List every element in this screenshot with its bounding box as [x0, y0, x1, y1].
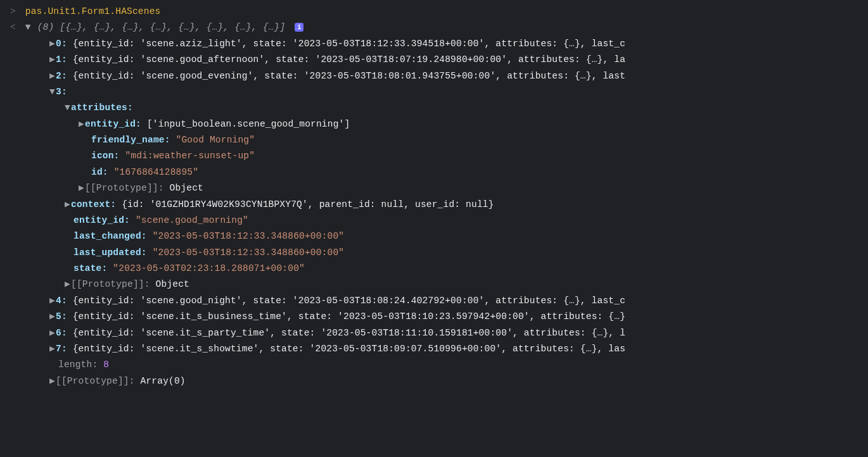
value: "scene.good_morning": [136, 215, 248, 225]
object-preview: {entity_id: 'scene.it_s_party_time', sta…: [73, 328, 625, 338]
key-label: icon:: [91, 151, 120, 161]
key-label: entity_id:: [73, 215, 130, 225]
index-label: 2:: [56, 71, 67, 81]
object-preview: {entity_id: 'scene.good_evening', state:…: [73, 71, 625, 81]
value: 8: [103, 360, 109, 370]
prop-last-changed: last_changed: "2023-05-03T18:12:33.34886…: [10, 228, 863, 244]
expand-toggle[interactable]: ▶: [79, 116, 85, 132]
object-preview: {entity_id: 'scene.it_s_business_time', …: [73, 311, 625, 322]
expand-toggle[interactable]: ▶: [49, 325, 56, 341]
prop-attributes-entity-id[interactable]: ▶entity_id: ['input_boolean.scene_good_m…: [10, 116, 863, 132]
index-label: 1:: [56, 54, 67, 65]
array-item-7[interactable]: ▶7: {entity_id: 'scene.it_s_showtime', s…: [10, 341, 863, 357]
prop-attributes-prototype[interactable]: ▶[[Prototype]]: Object: [10, 180, 863, 196]
index-label: 6:: [56, 328, 67, 338]
prompt-icon: >: [10, 6, 16, 16]
back-icon: <: [10, 22, 16, 32]
prop-entity-id: entity_id: "scene.good_morning": [10, 213, 863, 228]
array-item-4[interactable]: ▶4: {entity_id: 'scene.good_night', stat…: [10, 293, 863, 309]
prop-last-updated: last_updated: "2023-05-03T18:12:33.34886…: [10, 245, 863, 261]
array-item-5[interactable]: ▶5: {entity_id: 'scene.it_s_business_tim…: [10, 309, 863, 325]
array-item-2[interactable]: ▶2: {entity_id: 'scene.good_evening', st…: [10, 68, 863, 84]
index-label: 4:: [56, 296, 67, 306]
array-count: (8): [37, 22, 54, 32]
index-label: 0:: [56, 39, 67, 49]
index-label: 3:: [56, 87, 67, 97]
key-label: entity_id:: [85, 119, 141, 129]
prop-attributes[interactable]: ▼attributes:: [10, 100, 863, 116]
array-item-0[interactable]: ▶0: {entity_id: 'scene.aziz_light', stat…: [10, 36, 863, 52]
console-result-line[interactable]: < ▼ (8) [{…}, {…}, {…}, {…}, {…}, {…}, {…: [10, 20, 863, 35]
array-item-3[interactable]: ▼3:: [10, 84, 863, 100]
key-label: context:: [71, 199, 116, 210]
prop-length: length: 8: [10, 357, 863, 373]
object-preview: {entity_id: 'scene.aziz_light', state: '…: [73, 39, 625, 49]
array-item-1[interactable]: ▶1: {entity_id: 'scene.good_afternoon', …: [10, 52, 863, 68]
key-label: id:: [91, 167, 108, 177]
expand-toggle[interactable]: ▶: [49, 373, 56, 389]
expand-toggle-root[interactable]: ▼: [25, 20, 32, 35]
value: Object: [156, 279, 189, 289]
expand-toggle[interactable]: ▶: [65, 197, 71, 213]
value: "2023-05-03T02:23:18.288071+00:00": [113, 263, 305, 273]
key-label: [[Prototype]]:: [56, 376, 135, 386]
prop-item3-prototype[interactable]: ▶[[Prototype]]: Object: [10, 277, 863, 292]
expand-toggle[interactable]: ▶: [49, 293, 56, 309]
prop-attributes-icon: icon: "mdi:weather-sunset-up": [10, 148, 863, 164]
console-input-line: > pas.Unit1.Form1.HAScenes: [10, 4, 863, 20]
array-preview: [{…}, {…}, {…}, {…}, {…}, {…}, {…}, {…}]: [60, 22, 285, 32]
key-label: last_changed:: [73, 231, 147, 241]
expand-toggle[interactable]: ▶: [49, 309, 56, 325]
expand-toggle[interactable]: ▼: [49, 84, 56, 100]
prop-state: state: "2023-05-03T02:23:18.288071+00:00…: [10, 261, 863, 277]
value: "Good Morning": [176, 135, 255, 145]
expand-toggle[interactable]: ▼: [65, 100, 71, 116]
object-preview: {entity_id: 'scene.it_s_showtime', state…: [73, 344, 625, 354]
object-preview: {entity_id: 'scene.good_afternoon', stat…: [73, 54, 625, 65]
value: ['input_boolean.scene_good_morning']: [147, 119, 350, 129]
value: "2023-05-03T18:12:33.348860+00:00": [153, 231, 345, 241]
expand-toggle[interactable]: ▶: [65, 277, 71, 292]
value: Array(0): [141, 376, 186, 386]
expand-toggle[interactable]: ▶: [49, 36, 56, 52]
value: "2023-05-03T18:12:33.348860+00:00": [153, 247, 345, 258]
key-label: last_updated:: [73, 247, 147, 258]
array-item-6[interactable]: ▶6: {entity_id: 'scene.it_s_party_time',…: [10, 325, 863, 341]
expand-toggle[interactable]: ▶: [49, 68, 56, 84]
key-label: [[Prototype]]:: [85, 183, 164, 193]
key-label: friendly_name:: [91, 135, 170, 145]
key-label: attributes:: [71, 103, 133, 113]
key-label: length:: [58, 360, 98, 370]
prop-array-prototype[interactable]: ▶[[Prototype]]: Array(0): [10, 373, 863, 389]
object-preview: {entity_id: 'scene.good_night', state: '…: [73, 296, 625, 306]
expand-toggle[interactable]: ▶: [49, 52, 56, 68]
info-badge[interactable]: i: [295, 23, 303, 32]
expand-toggle[interactable]: ▶: [79, 180, 85, 196]
key-label: state:: [73, 263, 107, 273]
value: "1676864128895": [114, 167, 199, 177]
value: "mdi:weather-sunset-up": [125, 151, 255, 161]
key-label: [[Prototype]]:: [71, 279, 150, 289]
value: Object: [170, 183, 203, 193]
prop-context[interactable]: ▶context: {id: '01GZHD1RY4W02K93CYN1BPXY…: [10, 197, 863, 213]
index-label: 5:: [56, 311, 67, 322]
index-label: 7:: [56, 344, 67, 354]
expand-toggle[interactable]: ▶: [49, 341, 56, 357]
prop-attributes-friendly-name: friendly_name: "Good Morning": [10, 132, 863, 148]
prop-attributes-id: id: "1676864128895": [10, 165, 863, 180]
value: {id: '01GZHD1RY4W02K93CYN1BPXY7Q', paren…: [122, 199, 494, 210]
expression-text: pas.Unit1.Form1.HAScenes: [25, 6, 161, 16]
